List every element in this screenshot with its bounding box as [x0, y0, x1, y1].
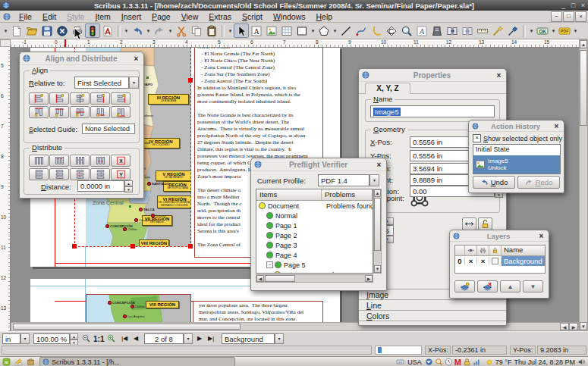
tab-xyz[interactable]: X, Y, Z — [365, 83, 410, 94]
menu-insert[interactable]: Insert — [116, 11, 146, 22]
menu-view[interactable]: View — [176, 11, 204, 22]
preflight-row[interactable]: Page 4 — [256, 250, 373, 260]
vertical-ruler[interactable]: 5678910111213 — [0, 47, 11, 331]
eyedropper-button[interactable] — [505, 23, 520, 38]
flip-horizontal-button[interactable] — [462, 217, 476, 230]
scroll-up-icon[interactable]: ▲ — [580, 40, 587, 48]
vertical-scrollbar[interactable]: ▲ ▼ — [579, 39, 588, 331]
section-colors[interactable]: Colors — [366, 311, 389, 321]
copy-item-properties-button[interactable] — [490, 23, 505, 38]
align-dialog-titlebar[interactable]: Align and Distribute × — [20, 52, 143, 65]
align-button-5[interactable] — [111, 92, 130, 105]
story-editor-button[interactable] — [429, 23, 445, 38]
package-launcher-icon[interactable] — [27, 358, 35, 366]
distribute-button-10[interactable]: Y — [111, 168, 130, 180]
previous-page-icon[interactable]: ◀ — [134, 335, 138, 342]
undo-button[interactable] — [130, 23, 145, 38]
scroll-right-icon[interactable]: ▶ — [569, 323, 578, 330]
menu-edit[interactable]: Edit — [37, 11, 61, 22]
table-header[interactable]: Items Problems — [256, 189, 373, 201]
map-image-frame-2[interactable]: VIII REGIÓNCONCEPCIÓNChillánLos Angeles — [86, 294, 191, 322]
close-icon[interactable]: × — [578, 2, 588, 9]
ok-export-button[interactable]: OK — [535, 23, 550, 38]
preflight-row[interactable]: Page 1 — [256, 221, 373, 230]
collapse-icon[interactable]: − — [266, 261, 273, 268]
signal-tray-icon[interactable] — [473, 358, 481, 366]
vscroll-thumb[interactable] — [580, 50, 587, 126]
layers-table[interactable]: Name 0 × × Background — [454, 245, 546, 274]
select-item-button[interactable] — [234, 23, 249, 38]
preflight-verifier-dialog[interactable]: Preflight Verifier × Current Profile: PD… — [250, 158, 387, 291]
raise-layer-button[interactable]: ▲ — [500, 280, 520, 292]
maximize-icon[interactable]: □ — [568, 2, 578, 9]
layer-dropdown-icon[interactable]: ▾ — [275, 333, 284, 344]
relative-to-select[interactable]: First Selected — [74, 77, 129, 89]
dropdown-arrow-icon[interactable]: ▾ — [550, 28, 557, 34]
menu-launcher-icon[interactable]: m — [2, 358, 11, 366]
distribute-button-7[interactable] — [49, 168, 69, 180]
insert-line-button[interactable] — [338, 23, 354, 38]
link-text-frames-button[interactable] — [445, 23, 460, 38]
page-dropdown-icon[interactable]: ▾ — [184, 333, 193, 344]
zoom-button[interactable] — [399, 23, 414, 38]
preflight-row[interactable]: −Page 5 — [256, 260, 373, 270]
layers-titlebar[interactable]: Layers × — [450, 230, 549, 242]
next-page-icon[interactable]: ▶ — [197, 335, 202, 342]
save-button[interactable] — [39, 23, 55, 38]
paste-button[interactable] — [204, 23, 219, 38]
undo-button[interactable]: Undo — [473, 176, 515, 189]
menu-item[interactable]: Item — [90, 11, 115, 22]
checkbox-check-icon[interactable]: × — [473, 134, 481, 142]
align-button-9[interactable] — [90, 106, 110, 118]
mdi-restore-icon[interactable]: □ — [563, 11, 574, 22]
preflight-row[interactable]: Normal — [256, 211, 373, 221]
resize-handle-right-middle[interactable] — [188, 78, 193, 83]
distribute-button-3[interactable] — [70, 155, 90, 167]
clock-label[interactable]: Thu Jul 24, 8:28 PM — [514, 358, 575, 366]
page-indicator-select[interactable]: 2 of 8 — [144, 333, 184, 344]
zoom-1to1-button[interactable]: 1:1 — [93, 335, 104, 343]
close-icon[interactable]: × — [537, 232, 546, 240]
preflight-hscrollbar[interactable]: ◀ ▶ — [256, 274, 373, 283]
insert-image-frame-button[interactable] — [264, 23, 279, 38]
insert-polygon-button[interactable] — [316, 23, 332, 38]
dropdown-arrow-icon[interactable]: ▾ — [572, 28, 579, 34]
minimize-icon[interactable]: _ — [558, 2, 568, 9]
insert-freehand-button[interactable] — [369, 23, 384, 38]
scroll-left-icon[interactable]: ◀ — [560, 323, 569, 330]
unlink-text-frames-button[interactable] — [460, 23, 475, 38]
redo-button[interactable] — [152, 23, 167, 38]
dropdown-arrow-icon[interactable]: ▾ — [2, 28, 9, 34]
weather-icon[interactable] — [486, 358, 493, 366]
problems-column-header[interactable]: Problems — [322, 189, 373, 200]
align-button-1[interactable] — [29, 92, 49, 105]
layer-name[interactable]: Background — [502, 256, 545, 266]
cut-button[interactable] — [174, 23, 189, 38]
show-selected-checkbox[interactable]: × Show selected object only — [473, 134, 562, 142]
properties-titlebar[interactable]: Properties × — [359, 69, 506, 82]
items-column-header[interactable]: Items — [256, 189, 322, 200]
mdi-minimize-icon[interactable]: − — [551, 11, 562, 22]
preflight-verifier-button[interactable] — [85, 23, 100, 38]
insert-bezier-button[interactable] — [354, 23, 369, 38]
rotate-item-button[interactable] — [384, 23, 399, 38]
lock-button[interactable] — [478, 217, 492, 230]
last-page-icon[interactable]: ▶| — [208, 335, 214, 342]
zoom-in-icon[interactable] — [106, 333, 116, 343]
layer-visible-checkbox[interactable]: × — [465, 257, 477, 265]
zoom-level-field[interactable]: 100.00 % — [33, 333, 70, 344]
distribute-button-6[interactable] — [29, 168, 49, 180]
copy-button[interactable] — [189, 23, 204, 38]
align-button-8[interactable] — [70, 106, 90, 118]
menu-extras[interactable]: Extras — [203, 11, 237, 22]
clock-tray-icon[interactable] — [445, 358, 453, 366]
lower-layer-button[interactable]: ▼ — [523, 280, 543, 292]
action-history-dialog[interactable]: Action History × × Show selected object … — [468, 120, 564, 193]
layer-lock-checkbox[interactable] — [489, 258, 502, 264]
search-tray-icon[interactable] — [435, 358, 443, 366]
dropdown-arrow-icon[interactable]: ▾ — [167, 28, 174, 34]
list-item[interactable]: Initial State — [473, 145, 560, 155]
taskbar-window-button[interactable]: Scribus 1.3.3.11 - [/h... — [39, 357, 235, 366]
distribute-button-4[interactable] — [90, 155, 110, 167]
dropdown-arrow-icon[interactable]: ▾ — [123, 28, 130, 34]
